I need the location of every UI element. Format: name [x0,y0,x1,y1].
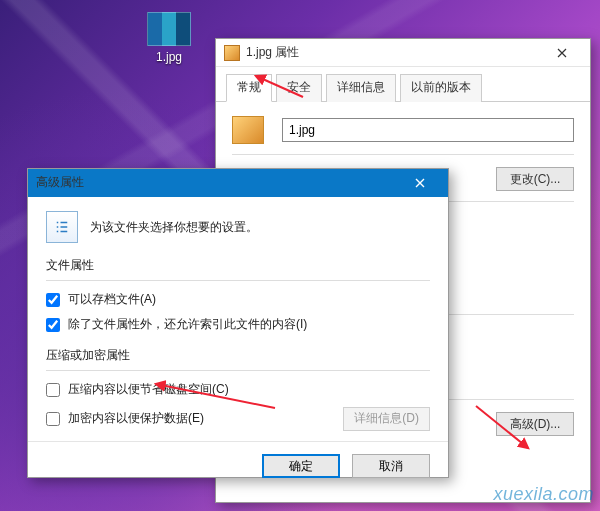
archive-label: 可以存档文件(A) [68,291,156,308]
advanced-attributes-dialog: 高级属性 为该文件夹选择你想要的设置。 文件属性 可以存档文件(A) 除了文件属… [27,168,449,478]
archive-checkbox[interactable]: 可以存档文件(A) [46,291,430,308]
file-attributes-group: 文件属性 [46,257,430,274]
encrypt-checkbox-input[interactable] [46,412,60,426]
file-thumbnail [147,12,191,46]
tab-details[interactable]: 详细信息 [326,74,396,102]
advanced-intro: 为该文件夹选择你想要的设置。 [90,219,258,236]
settings-list-icon [46,211,78,243]
tab-previous-versions[interactable]: 以前的版本 [400,74,482,102]
compress-checkbox[interactable]: 压缩内容以便节省磁盘空间(C) [46,381,430,398]
advanced-button[interactable]: 高级(D)... [496,412,574,436]
encrypt-checkbox[interactable]: 加密内容以便保护数据(E) [46,410,204,427]
properties-titlebar[interactable]: 1.jpg 属性 [216,39,590,67]
desktop-file-icon[interactable]: 1.jpg [134,12,204,64]
tab-security[interactable]: 安全 [276,74,322,102]
advanced-dialog-actions: 确定 取消 [28,441,448,492]
close-icon[interactable] [400,173,440,193]
file-type-icon [232,116,264,144]
encrypt-label: 加密内容以便保护数据(E) [68,410,204,427]
tab-general[interactable]: 常规 [226,74,272,102]
index-checkbox-input[interactable] [46,318,60,332]
compress-label: 压缩内容以便节省磁盘空间(C) [68,381,229,398]
index-label: 除了文件属性外，还允许索引此文件的内容(I) [68,316,307,333]
window-icon [224,45,240,61]
details-button: 详细信息(D) [343,407,430,431]
ok-button[interactable]: 确定 [262,454,340,478]
change-app-button[interactable]: 更改(C)... [496,167,574,191]
compress-encrypt-group: 压缩或加密属性 [46,347,430,364]
advanced-titlebar[interactable]: 高级属性 [28,169,448,197]
cancel-button[interactable]: 取消 [352,454,430,478]
advanced-title: 高级属性 [36,174,400,191]
close-icon[interactable] [542,43,582,63]
properties-tabs: 常规 安全 详细信息 以前的版本 [216,67,590,102]
desktop-wallpaper: 1.jpg 1.jpg 属性 常规 安全 详细信息 以前的版本 看器 [0,0,600,511]
desktop-file-label: 1.jpg [134,50,204,64]
archive-checkbox-input[interactable] [46,293,60,307]
index-checkbox[interactable]: 除了文件属性外，还允许索引此文件的内容(I) [46,316,430,333]
filename-input[interactable] [282,118,574,142]
compress-checkbox-input[interactable] [46,383,60,397]
window-title: 1.jpg 属性 [246,44,542,61]
